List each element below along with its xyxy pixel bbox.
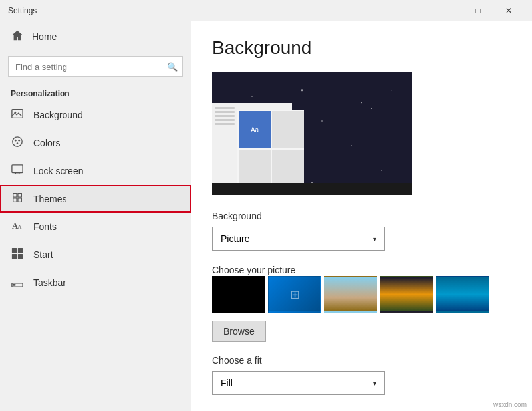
svg-rect-11 bbox=[12, 254, 17, 259]
preview-line-5 bbox=[215, 123, 235, 125]
preview-line-4 bbox=[215, 119, 235, 121]
svg-text:A: A bbox=[17, 223, 22, 230]
preview-tile-br bbox=[272, 150, 304, 183]
background-dropdown-arrow: ▾ bbox=[373, 235, 376, 243]
svg-rect-12 bbox=[18, 254, 23, 259]
font-icon: AA bbox=[11, 219, 24, 234]
minimize-button[interactable]: ─ bbox=[432, 0, 463, 21]
sidebar-item-start[interactable]: Start bbox=[0, 241, 191, 269]
sidebar-item-themes-label: Themes bbox=[33, 194, 67, 204]
background-label: Background bbox=[212, 211, 511, 221]
preview-tiles: Aa bbox=[237, 110, 304, 183]
svg-rect-14 bbox=[13, 284, 16, 286]
sidebar-item-taskbar-label: Taskbar bbox=[33, 277, 66, 288]
sidebar-item-background-label: Background bbox=[33, 110, 83, 120]
browse-button[interactable]: Browse bbox=[212, 321, 266, 342]
choose-fit-dropdown[interactable]: Fill ▾ bbox=[212, 371, 385, 395]
preview-tile-tr bbox=[272, 111, 304, 148]
background-preview: Aa bbox=[212, 72, 412, 195]
choose-fit-label: Choose a fit bbox=[212, 355, 511, 366]
sidebar-item-colors[interactable]: Colors bbox=[0, 129, 191, 157]
svg-rect-6 bbox=[12, 165, 23, 173]
search-icon: 🔍 bbox=[167, 62, 178, 72]
choose-picture-section: Choose your picture Browse bbox=[212, 264, 511, 355]
watermark: wsxdn.com bbox=[493, 401, 527, 408]
picture-thumb-win10[interactable] bbox=[268, 276, 321, 313]
palette-icon bbox=[11, 136, 24, 150]
preview-line-2 bbox=[215, 111, 235, 113]
picture-thumb-ocean[interactable] bbox=[436, 276, 489, 313]
theme-icon bbox=[11, 192, 24, 206]
preview-line-3 bbox=[215, 115, 235, 117]
choose-fit-section: Choose a fit Fill ▾ bbox=[212, 355, 511, 395]
image-icon bbox=[11, 108, 24, 122]
home-icon bbox=[11, 29, 24, 44]
page-title: Background bbox=[212, 37, 511, 59]
taskbar-icon bbox=[11, 275, 24, 290]
svg-point-4 bbox=[18, 140, 20, 142]
sidebar-item-home[interactable]: Home bbox=[0, 21, 191, 52]
preview-taskbar bbox=[212, 183, 412, 195]
preview-line-1 bbox=[215, 107, 235, 109]
background-dropdown[interactable]: Picture ▾ bbox=[212, 227, 385, 251]
sidebar-item-lockscreen-label: Lock screen bbox=[33, 166, 83, 176]
svg-point-5 bbox=[17, 142, 19, 144]
sidebar-item-background[interactable]: Background bbox=[0, 101, 191, 129]
monitor-icon bbox=[11, 164, 24, 178]
picture-thumbnails bbox=[212, 276, 511, 313]
sidebar-item-fonts[interactable]: AA Fonts bbox=[0, 213, 191, 241]
main-content: Background Aa bbox=[191, 21, 532, 411]
title-bar: Settings ─ □ ✕ bbox=[0, 0, 532, 21]
choose-fit-dropdown-value: Fill bbox=[221, 378, 233, 388]
sidebar-item-themes[interactable]: Themes bbox=[0, 185, 191, 213]
sidebar-item-taskbar[interactable]: Taskbar bbox=[0, 269, 191, 297]
picture-thumb-black[interactable] bbox=[212, 276, 265, 313]
desktop-preview: Aa bbox=[212, 72, 412, 195]
start-icon bbox=[11, 247, 24, 262]
search-input[interactable] bbox=[8, 56, 183, 77]
app-body: Home 🔍 Personalization Background Colors bbox=[0, 21, 532, 411]
svg-point-3 bbox=[15, 140, 17, 142]
sidebar-home-label: Home bbox=[32, 31, 57, 42]
maximize-button[interactable]: □ bbox=[463, 0, 493, 21]
preview-tile-bl bbox=[239, 150, 271, 183]
sidebar-item-colors-label: Colors bbox=[33, 138, 60, 148]
background-dropdown-section: Background Picture ▾ bbox=[212, 211, 511, 251]
sidebar-item-fonts-label: Fonts bbox=[33, 221, 57, 232]
svg-point-2 bbox=[13, 137, 22, 146]
close-button[interactable]: ✕ bbox=[493, 0, 524, 21]
svg-rect-10 bbox=[18, 248, 23, 253]
sidebar-item-lockscreen[interactable]: Lock screen bbox=[0, 157, 191, 185]
sidebar: Home 🔍 Personalization Background Colors bbox=[0, 21, 191, 411]
choose-fit-dropdown-arrow: ▾ bbox=[373, 380, 376, 387]
sidebar-item-start-label: Start bbox=[33, 249, 53, 260]
svg-rect-9 bbox=[12, 248, 17, 253]
app-title: Settings bbox=[8, 6, 432, 15]
picture-thumb-rocks[interactable] bbox=[324, 276, 377, 313]
search-box: 🔍 bbox=[8, 56, 183, 77]
sidebar-section-label: Personalization bbox=[0, 84, 191, 101]
background-dropdown-value: Picture bbox=[221, 233, 250, 244]
preview-sidebar bbox=[212, 103, 237, 183]
preview-tile-main: Aa bbox=[239, 111, 271, 148]
window-controls: ─ □ ✕ bbox=[432, 0, 524, 21]
picture-thumb-night[interactable] bbox=[380, 276, 433, 313]
choose-picture-label: Choose your picture bbox=[212, 265, 295, 275]
